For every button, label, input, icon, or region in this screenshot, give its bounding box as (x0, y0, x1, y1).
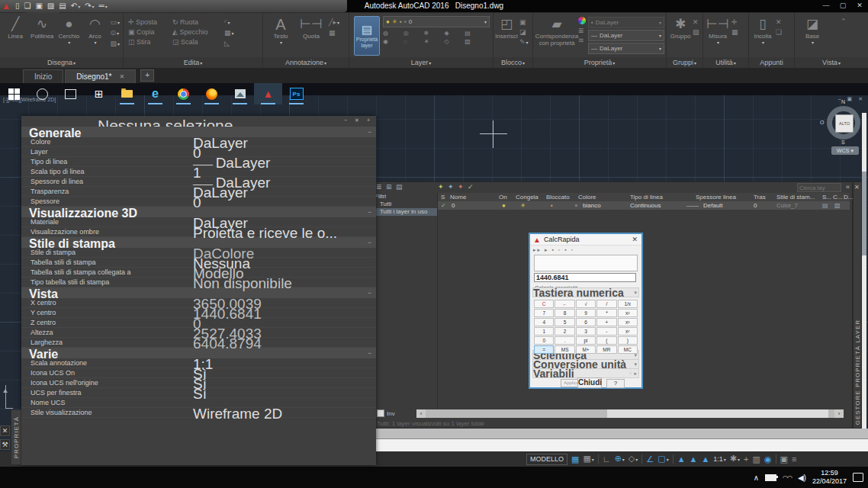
calcrapida-input[interactable] (534, 273, 636, 282)
chiudi-button[interactable]: Chiudi (577, 377, 602, 388)
key-0[interactable]: 0 (534, 336, 554, 345)
tool-cerchio[interactable]: ●Cerchio (58, 16, 79, 54)
layer-on-all-icon[interactable]: ◉ (383, 38, 402, 45)
selection-dropdown[interactable]: Nessuna selezione (21, 116, 376, 127)
start-button[interactable] (0, 83, 28, 104)
array-icon[interactable]: ▦ (224, 29, 234, 37)
layer-linetype-cell[interactable]: Continuous (630, 201, 661, 210)
firefox-button[interactable] (198, 83, 226, 104)
checkbox-icon[interactable] (377, 409, 384, 417)
new-layer-icon[interactable]: ✦ (438, 183, 444, 191)
calcrapida-toolbar[interactable]: ▸▸ ▸ ▪ ▫ ▪ ▫ (533, 247, 574, 253)
new-group-filter-icon[interactable]: ⊞ (386, 183, 392, 191)
ellipse-icon[interactable]: ⊙ (110, 29, 120, 37)
key-3[interactable]: 3 (576, 327, 596, 336)
panel-footer-layer[interactable]: Layer (349, 57, 493, 68)
qat-menu-icon[interactable]: ═ (99, 0, 108, 13)
workspace-gear-icon[interactable]: ✱ (730, 451, 740, 467)
new-layer-vp-icon[interactable]: ✦ (448, 183, 454, 191)
layer-transparency-cell[interactable]: 0 (754, 201, 757, 210)
object-snap-tracking-icon[interactable]: ∠ (646, 451, 654, 467)
prop-value[interactable]: Non disponibile (193, 278, 292, 289)
color-wheel-icon[interactable] (578, 17, 586, 24)
prop-value[interactable]: 1440.6841 (193, 308, 262, 319)
palette-close-button[interactable]: ✕ (0, 425, 10, 436)
linetype-combo[interactable]: —DaLayer (588, 43, 664, 54)
tool-linea[interactable]: ╱Linea (5, 16, 26, 54)
col-colore[interactable]: Colore (578, 193, 596, 201)
annotation-scale-value[interactable]: 1:1 (713, 451, 726, 467)
prop-value[interactable]: Proietta e riceve le o... (193, 227, 337, 239)
layer-match-icon[interactable]: ▤ (465, 30, 484, 37)
layer-unisolate-icon[interactable]: ◌ (403, 38, 423, 45)
cortana-button[interactable] (28, 83, 56, 104)
autocad-taskbar-button[interactable]: ▲ (254, 83, 282, 104)
linetype-list-icon[interactable]: ≋ (578, 37, 586, 44)
wifi-icon[interactable]: ◠◠ (783, 474, 792, 481)
layer-freeze-icon[interactable]: ☀ (520, 201, 526, 210)
layer-off-icon[interactable]: ◍ (383, 30, 402, 37)
viewcube-top-face[interactable]: ALTO (835, 114, 854, 133)
isometric-drafting-icon[interactable]: ◇ (628, 451, 638, 467)
quick-select-icon[interactable]: ✛ (731, 18, 738, 26)
tool-arco[interactable]: ◠Arco (84, 16, 105, 54)
col-on[interactable]: On (499, 193, 507, 201)
copy-clip-icon[interactable]: ❏ (776, 28, 782, 36)
undo-icon[interactable]: ↶ (71, 0, 80, 13)
calcrapida-titlebar[interactable]: ▲ CalcRapida ✕ (530, 234, 641, 246)
key-open-paren[interactable]: ( (596, 336, 616, 345)
col-nome[interactable]: Nome (450, 193, 466, 201)
save-as-icon[interactable]: ▨ (47, 0, 54, 12)
action-center-icon[interactable] (853, 473, 863, 482)
annotation-autoscale-icon[interactable]: ▲ (690, 451, 698, 467)
lineweight-list-icon[interactable]: ≣ (578, 27, 586, 34)
customization-menu-icon[interactable]: ≡ (792, 451, 796, 467)
help-button[interactable]: ? (606, 379, 625, 388)
key-pi[interactable]: pi (576, 336, 596, 345)
layer-properties-button[interactable]: ▤ Proprietà layer (354, 16, 380, 56)
autocad-logo-icon[interactable]: ▲ (2, 1, 11, 11)
command-history[interactable] (376, 429, 868, 438)
delete-layer-icon[interactable]: ✦ (458, 183, 464, 191)
layer-prev-icon[interactable]: ▧ (465, 38, 484, 45)
key-8[interactable]: 8 (555, 309, 574, 317)
layer-row-0[interactable]: ✓ 0 ● ☀ ▪ ▫ bianco Continuous —— Default… (438, 201, 850, 210)
block-attrib-icon[interactable]: ✎ (519, 38, 529, 47)
scroll-right-icon[interactable]: › (834, 409, 844, 418)
battery-icon[interactable] (765, 474, 776, 481)
layer-color-swatch[interactable]: ▫ (575, 201, 577, 210)
rectangle-icon[interactable]: ▭ (110, 18, 120, 27)
prop-value[interactable]: DaLayer (193, 157, 270, 170)
key-clear[interactable]: C (534, 300, 554, 308)
new-property-filter-icon[interactable]: ≣ (376, 183, 382, 191)
col-spessore-linea[interactable]: Spessore linea (696, 193, 736, 201)
filter-tree-item-in-use[interactable]: Tutti i layer in uso (372, 208, 437, 216)
panel-footer-appunti[interactable]: Appunti (749, 57, 794, 68)
panel-footer-proprieta[interactable]: Proprietà (533, 57, 666, 68)
redo-icon[interactable]: ↷ (85, 0, 94, 13)
col-status[interactable]: S (441, 193, 445, 201)
customize-plus-icon[interactable]: + (744, 451, 748, 467)
key-7[interactable]: 7 (534, 309, 554, 317)
tool-incolla[interactable]: ▯Incolla (752, 16, 773, 54)
calcrapida-history-box[interactable] (534, 255, 638, 271)
invert-filter-checkbox[interactable]: Inv (377, 409, 395, 417)
ungroup-icon[interactable]: ✕ (693, 18, 699, 26)
polar-tracking-icon[interactable]: ⊕ (615, 451, 625, 467)
panel-footer-utilita[interactable]: Utilità (703, 57, 748, 68)
store-button[interactable]: ⊞ (85, 83, 113, 104)
key-power[interactable]: xʸ (618, 327, 638, 336)
key-cube[interactable]: x³ (618, 318, 638, 326)
panel-footer-edita[interactable]: Edita (124, 57, 262, 68)
layer-unlock2-icon[interactable]: ◇ (444, 38, 463, 45)
fillet-icon[interactable]: ◜ (224, 18, 234, 27)
clock[interactable]: 12:59 22/04/2017 (812, 469, 847, 486)
open-icon[interactable]: ❏ (24, 0, 31, 12)
scroll-left-icon[interactable]: ‹ (416, 409, 426, 418)
vertical-scrollbar-thumb[interactable] (862, 172, 866, 255)
create-block-icon[interactable]: ▣ (519, 18, 529, 26)
layer-palette-options-icon[interactable]: « (846, 183, 850, 191)
prop-value[interactable]: DaLayer (193, 187, 248, 198)
key-add[interactable]: + (596, 318, 616, 326)
col-bloccato[interactable]: Bloccato (546, 193, 570, 201)
